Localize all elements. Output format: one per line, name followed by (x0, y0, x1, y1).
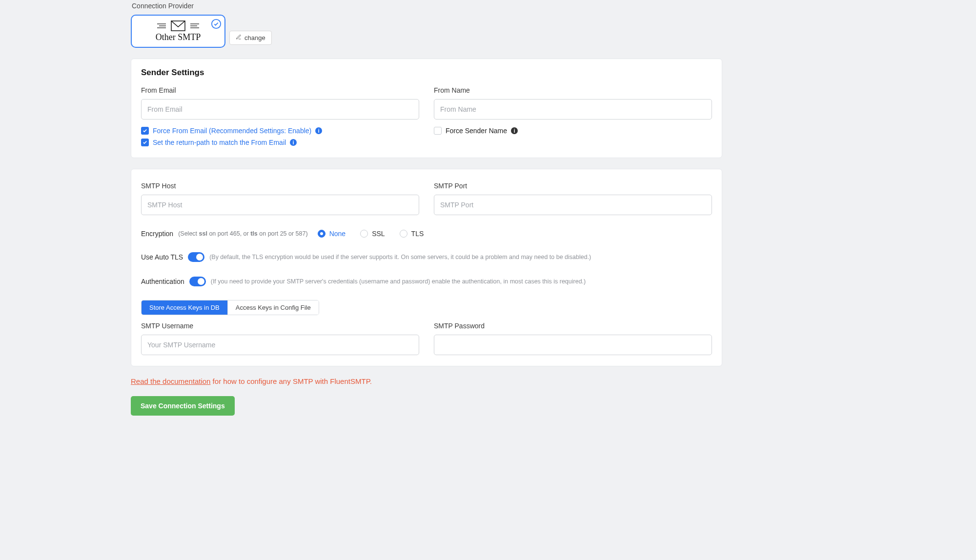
encryption-ssl-label: SSL (372, 230, 385, 238)
authentication-note: (If you need to provide your SMTP server… (211, 278, 586, 285)
from-email-field[interactable] (141, 99, 419, 120)
change-button[interactable]: change (229, 31, 272, 45)
force-sender-name-checkbox[interactable] (434, 127, 442, 135)
sender-settings-panel: Sender Settings From Email Force From Em… (131, 59, 722, 158)
force-from-email-label: Force From Email (Recommended Settings: … (153, 126, 311, 135)
connection-provider-label: Connection Provider (131, 2, 722, 10)
smtp-username-field[interactable] (141, 335, 419, 355)
force-sender-name-label: Force Sender Name (446, 126, 507, 135)
provider-title: Other SMTP (156, 32, 201, 42)
return-path-checkbox[interactable] (141, 139, 149, 146)
keys-config-file-button[interactable]: Access Keys in Config File (227, 300, 319, 315)
force-from-email-checkbox[interactable] (141, 127, 149, 135)
from-email-label: From Email (141, 86, 419, 94)
encryption-radio-none[interactable]: None (318, 230, 346, 238)
encryption-tls-label: TLS (411, 230, 424, 238)
from-name-field[interactable] (434, 99, 712, 120)
svg-point-0 (212, 20, 221, 28)
smtp-password-label: SMTP Password (434, 322, 712, 330)
envelope-icon (157, 20, 199, 31)
info-icon[interactable]: i (315, 127, 322, 134)
encryption-none-label: None (329, 230, 346, 238)
change-label: change (244, 34, 265, 41)
encryption-label: Encryption (141, 230, 173, 238)
smtp-host-field[interactable] (141, 195, 419, 215)
documentation-note: Read the documentation for how to config… (131, 377, 722, 385)
encryption-hint: (Select ssl on port 465, or tls on port … (178, 230, 308, 237)
info-icon[interactable]: i (290, 139, 297, 146)
smtp-password-field[interactable] (434, 335, 712, 355)
authentication-label: Authentication (141, 278, 184, 285)
documentation-link[interactable]: Read the documentation (131, 377, 210, 385)
store-keys-db-button[interactable]: Store Access Keys in DB (142, 300, 227, 315)
check-circle-icon (211, 19, 222, 29)
info-icon[interactable]: i (511, 127, 518, 134)
auto-tls-label: Use Auto TLS (141, 253, 183, 261)
authentication-toggle[interactable] (189, 277, 206, 286)
smtp-port-label: SMTP Port (434, 182, 712, 190)
return-path-label: Set the return-path to match the From Em… (153, 138, 286, 147)
save-connection-button[interactable]: Save Connection Settings (131, 396, 235, 416)
smtp-host-label: SMTP Host (141, 182, 419, 190)
from-name-label: From Name (434, 86, 712, 94)
auto-tls-note: (By default, the TLS encryption would be… (209, 254, 591, 260)
auto-tls-toggle[interactable] (188, 252, 204, 262)
edit-icon (236, 34, 242, 41)
smtp-port-field[interactable] (434, 195, 712, 215)
smtp-settings-panel: SMTP Host SMTP Port Encryption (Select s… (131, 169, 722, 366)
provider-card[interactable]: Other SMTP (131, 15, 225, 48)
encryption-radio-ssl[interactable]: SSL (360, 230, 385, 238)
sender-settings-heading: Sender Settings (141, 68, 712, 78)
smtp-username-label: SMTP Username (141, 322, 419, 330)
encryption-radio-tls[interactable]: TLS (400, 230, 424, 238)
